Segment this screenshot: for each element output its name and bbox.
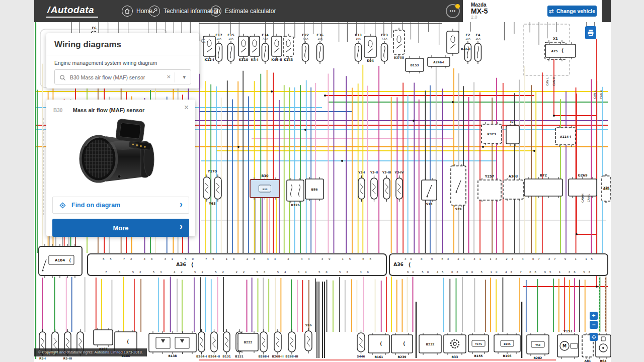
- diagram-component-B232[interactable]: B232: [419, 333, 441, 355]
- svg-text:CAN L: CAN L: [593, 90, 596, 99]
- diagram-component-X80[interactable]: X80X80: [602, 174, 611, 203]
- svg-text:B86: B86: [311, 188, 318, 191]
- collapse-panel-button[interactable]: «: [200, 34, 206, 46]
- svg-text:K4-I: K4-I: [251, 58, 259, 62]
- svg-text:G1: G1: [510, 120, 515, 124]
- diagram-component-B155[interactable]: Y175B155: [468, 333, 489, 357]
- diagram-component-B72[interactable]: B72: [524, 173, 562, 198]
- diagram-component-A107[interactable]: A107: [94, 328, 113, 350]
- svg-text:10A: 10A: [356, 37, 361, 40]
- close-icon[interactable]: ×: [184, 104, 189, 112]
- overflow-menu-button[interactable]: •••: [446, 4, 460, 18]
- diagram-relay-K310[interactable]: K310: [238, 34, 249, 62]
- svg-text:Y170: Y170: [207, 169, 217, 173]
- diagram-fuse-F22[interactable]: F227.5A: [302, 33, 309, 64]
- diagram-components[interactable]: B268-IB268-IIB268-III: [258, 329, 298, 358]
- diagram-component-B222[interactable]: B222: [238, 331, 258, 353]
- svg-text:10A: 10A: [228, 37, 233, 40]
- diagram-ecu-A36[interactable]: A36⟨65 72 48 31 50 75 18 26 44 2 33 49 1…: [88, 254, 386, 276]
- nav-technical-information[interactable]: Technical information: [149, 6, 220, 17]
- diagram-components[interactable]: B264-IB264-IIB131B151: [196, 329, 244, 358]
- clear-search-icon[interactable]: ×: [167, 73, 171, 80]
- diagram-component-G1[interactable]: G1: [506, 120, 519, 146]
- nav-home[interactable]: Home: [122, 6, 152, 17]
- diagram-fuse-F36[interactable]: F3610A: [316, 33, 324, 64]
- diagram-fuse-F17[interactable]: F1710A: [215, 33, 222, 64]
- svg-text:10A: 10A: [465, 37, 470, 40]
- change-vehicle-button[interactable]: ⇄ Change vehicle: [547, 6, 597, 17]
- diagram-component-A114-I[interactable]: A114-I: [555, 126, 576, 147]
- svg-text:B161: B161: [374, 355, 383, 358]
- diagram-ecu-A36[interactable]: A36⟨30 8 9 63 21 41 13 24 4 67 37 9 1 15…: [389, 254, 608, 276]
- diagram-component-Y151[interactable]: MY151: [557, 329, 579, 359]
- svg-text:F6: F6: [92, 26, 97, 30]
- diagnostic-connector-icon[interactable]: [585, 26, 596, 39]
- svg-text:B268-I: B268-I: [258, 355, 269, 358]
- diagram-component-B282[interactable]: Y58B282: [527, 333, 549, 359]
- diagram-component-Y257[interactable]: Y257: [478, 174, 501, 202]
- diagram-component-B161[interactable]: ⟨B161: [368, 333, 389, 358]
- diagram-component-S13[interactable]: S13: [422, 178, 437, 206]
- diagram-fuse-F33[interactable]: F3310A: [355, 33, 362, 64]
- diagram-component-A246-I[interactable]: A246-I: [428, 55, 450, 68]
- svg-text:B282: B282: [533, 356, 542, 359]
- diagram-component-B64[interactable]: B64: [596, 333, 611, 362]
- svg-text:⟨: ⟨: [403, 341, 406, 346]
- svg-text:B264-I: B264-I: [196, 355, 207, 358]
- svg-text:F34: F34: [262, 33, 269, 37]
- svg-text:R5-I: R5-I: [39, 357, 46, 360]
- diagram-relay-K143[interactable]: K143: [283, 34, 293, 62]
- diagram-components[interactable]: Y170Y63: [203, 169, 221, 206]
- svg-text:F4: F4: [476, 33, 480, 37]
- locate-icon: [59, 202, 66, 209]
- svg-text:K12-I: K12-I: [204, 58, 214, 62]
- diagram-component-B33[interactable]: B33: [444, 333, 466, 358]
- svg-text:A104: A104: [55, 258, 65, 262]
- svg-text:B131: B131: [222, 355, 231, 358]
- svg-text:Y151: Y151: [563, 329, 573, 333]
- diagram-relay-K4-III[interactable]: K4-III: [393, 28, 405, 60]
- more-button[interactable]: More ›: [52, 219, 189, 237]
- diagram-component-B106[interactable]: B105B106: [494, 333, 520, 357]
- pan-button[interactable]: [590, 333, 598, 341]
- svg-text:B106: B106: [503, 354, 511, 357]
- svg-text:G269: G269: [578, 173, 588, 177]
- svg-text:⟨: ⟨: [69, 258, 71, 263]
- diagram-relay-K4-I[interactable]: K4-I: [250, 34, 260, 62]
- component-title: Mass air flow (MAF) sensor: [73, 107, 144, 113]
- svg-text:A36: A36: [176, 262, 186, 267]
- diagram-component-B86[interactable]: B86: [305, 177, 324, 201]
- diagram-components[interactable]: S446: [357, 330, 365, 358]
- diagram-fuse-F15[interactable]: F1510A: [227, 33, 234, 64]
- diagram-fuse-F23[interactable]: F237.5A: [381, 33, 388, 64]
- nav-estimate-calculator[interactable]: Estimate calculator: [210, 6, 276, 17]
- component-search-input[interactable]: B30 Mass air flow (MAF) sensor × ▾: [54, 69, 191, 84]
- diagram-fuse-F34[interactable]: F347.5A: [262, 33, 269, 64]
- svg-text:B268-II: B268-II: [272, 355, 283, 358]
- svg-text:F2: F2: [466, 33, 470, 37]
- diagram-relay-K46-II[interactable]: K46-II: [271, 34, 282, 62]
- find-on-diagram-button[interactable]: Find on diagram ›: [52, 197, 189, 214]
- diagram-component-A104[interactable]: A104⟨: [39, 244, 82, 278]
- dropdown-caret-icon[interactable]: ▾: [183, 74, 186, 80]
- svg-text:CAN L: CAN L: [587, 194, 590, 202]
- zoom-in-button[interactable]: +: [590, 312, 598, 320]
- svg-text:Y63: Y63: [208, 202, 216, 206]
- diagram-component-K373[interactable]: K373: [481, 122, 502, 145]
- diagram-component-B138[interactable]: B138: [149, 331, 196, 357]
- svg-text:B72: B72: [540, 173, 547, 177]
- diagram-component-S39[interactable]: S39: [451, 164, 466, 211]
- diagram-component-B239[interactable]: ⟨B239: [391, 333, 413, 358]
- zoom-out-button[interactable]: −: [590, 321, 598, 329]
- diagram-fuse-F4[interactable]: F415A: [475, 33, 481, 64]
- svg-text:Y175: Y175: [474, 343, 482, 345]
- autodata-logo[interactable]: /Autodata: [46, 5, 98, 18]
- diagram-components[interactable]: S26: [305, 323, 312, 353]
- svg-text:15A: 15A: [475, 37, 480, 40]
- diagram-component-B153[interactable]: B153: [406, 56, 424, 73]
- diagram-relay-K94[interactable]: K94: [364, 34, 376, 63]
- diagram-component-A303[interactable]: A303: [503, 174, 523, 201]
- diagram-component-A75[interactable]: ⟨A75: [545, 42, 576, 59]
- svg-text:F23: F23: [381, 33, 388, 37]
- swap-icon: ⇄: [549, 8, 554, 15]
